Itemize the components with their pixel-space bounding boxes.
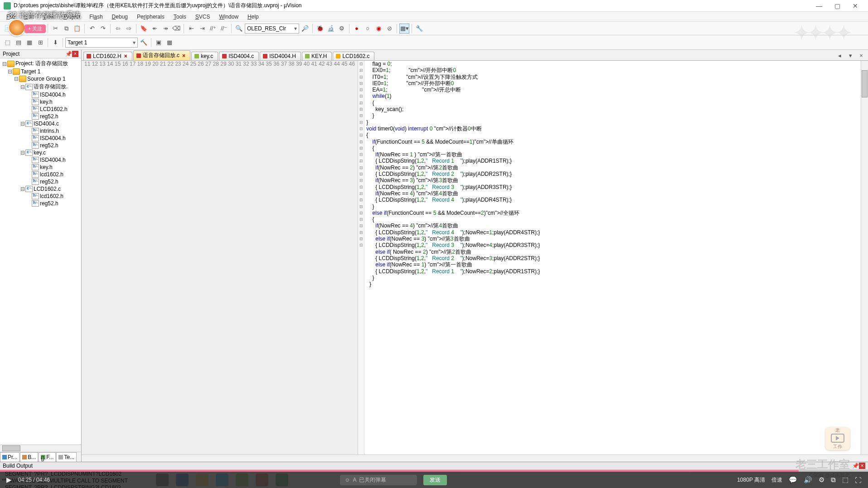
redo-icon[interactable]: ↷ bbox=[98, 24, 108, 34]
tab-语音存储回放.c[interactable]: 语音存储回放.c× bbox=[133, 50, 190, 60]
bookmark-icon[interactable]: 🔖 bbox=[139, 24, 149, 34]
translate-icon[interactable]: ⬚ bbox=[3, 38, 13, 48]
nav-fwd-icon[interactable]: ⇨ bbox=[124, 24, 134, 34]
debug-icon1[interactable]: 🐞 bbox=[315, 24, 325, 34]
danmu-send-button[interactable]: 发送 bbox=[423, 475, 447, 485]
subtitle-icon[interactable]: 💬 bbox=[789, 476, 797, 484]
debug-icon3[interactable]: ⚙ bbox=[337, 24, 347, 34]
nav-back-icon[interactable]: ⇦ bbox=[113, 24, 123, 34]
tree-file-key.h[interactable]: key.h bbox=[1, 98, 80, 106]
menu-debug[interactable]: Debug bbox=[107, 13, 132, 21]
bookmark-clear-icon[interactable]: ⌫ bbox=[171, 24, 181, 34]
play-pause-button[interactable]: ▶ bbox=[6, 476, 12, 484]
tree-group[interactable]: ⊟Source Group 1 bbox=[1, 75, 80, 82]
tab-LCD1602.H[interactable]: LCD1602.H× bbox=[83, 52, 132, 60]
menu-help[interactable]: Help bbox=[243, 13, 263, 21]
fold-column[interactable]: ⊟ ⊟ ⊟ ⊟ ⊟ ⊟ ⊟ ⊟ ⊟ ⊟ ⊟ ⊟ ⊟ ⊟ ⊟ ⊟ ⊟ ⊟ ⊟ ⊟ … bbox=[358, 61, 364, 454]
emoji-icon[interactable]: ☺ bbox=[344, 477, 350, 483]
fullscreen-icon[interactable]: ⛶ bbox=[855, 476, 862, 484]
find-in-files-icon[interactable]: 🔎 bbox=[300, 24, 310, 34]
code-editor[interactable]: 11 12 13 14 15 16 17 18 19 20 21 22 23 2… bbox=[82, 61, 868, 454]
tab-close-icon[interactable]: × bbox=[856, 50, 866, 60]
ptab-functions[interactable]: {}F... bbox=[39, 452, 56, 462]
bo-pin-icon[interactable]: 📌 bbox=[852, 463, 859, 469]
tab-ISD4004.c[interactable]: ISD4004.c bbox=[219, 52, 259, 60]
panel-close-icon[interactable]: × bbox=[72, 51, 78, 57]
pip-icon[interactable]: ⧉ bbox=[831, 476, 836, 484]
tab-close-icon[interactable]: × bbox=[182, 53, 185, 59]
menu-flash[interactable]: Flash bbox=[85, 13, 107, 21]
speed-selector[interactable]: 倍速 bbox=[771, 476, 782, 484]
settings-icon[interactable]: ⚙ bbox=[819, 476, 824, 484]
paste-icon[interactable]: 📋 bbox=[72, 24, 82, 34]
configure-icon[interactable]: 🔧 bbox=[414, 24, 424, 34]
play-next-button[interactable]: 老 工作 bbox=[825, 427, 850, 450]
wide-icon[interactable]: ⬚ bbox=[842, 476, 849, 484]
tree-file-lcd1602.h[interactable]: lcd1602.h bbox=[1, 193, 80, 200]
tree-file-ISD4004.c[interactable]: ⊟ISD4004.c bbox=[1, 120, 80, 127]
undo-icon[interactable]: ↶ bbox=[87, 24, 97, 34]
indent-left-icon[interactable]: ⇤ bbox=[186, 24, 196, 34]
bookmark-prev-icon[interactable]: ↞ bbox=[150, 24, 160, 34]
close-button[interactable]: ✕ bbox=[846, 0, 864, 11]
minimize-button[interactable]: — bbox=[810, 0, 828, 11]
bookmark-next-icon[interactable]: ↠ bbox=[160, 24, 170, 34]
code-content[interactable]: flag = 0; EX0=1; "cm">//开外部中断0 IT0=1; "c… bbox=[364, 61, 861, 454]
find-icon[interactable]: 🔍 bbox=[234, 24, 244, 34]
uncomment-icon[interactable]: //⁻ bbox=[219, 24, 229, 34]
tree-hscroll[interactable] bbox=[0, 445, 81, 452]
tree-file-reg52.h[interactable]: reg52.h bbox=[1, 113, 80, 120]
menu-tools[interactable]: Tools bbox=[169, 13, 191, 21]
uploader-avatar[interactable] bbox=[8, 19, 25, 36]
tree-file-key.h[interactable]: key.h bbox=[1, 164, 80, 171]
tab-LCD1602.c[interactable]: LCD1602.c bbox=[333, 52, 374, 60]
copy-icon[interactable]: ⧉ bbox=[61, 24, 71, 34]
font-icon[interactable]: A bbox=[353, 477, 356, 483]
tree-file-LCD1602.h[interactable]: LCD1602.h bbox=[1, 106, 80, 113]
panel-pin-icon[interactable]: 📌 bbox=[65, 51, 72, 57]
danmu-input[interactable]: ☺ A 已关闭弹幕 bbox=[340, 475, 417, 485]
stop-icon[interactable]: ○ bbox=[363, 24, 373, 34]
tree-file-语音存储回放.[interactable]: ⊟语音存储回放. bbox=[1, 82, 80, 91]
cut-icon[interactable]: ✂ bbox=[50, 24, 60, 34]
window-layout-icon[interactable]: ▦▾ bbox=[399, 24, 409, 34]
download-icon[interactable]: ⬇ bbox=[50, 38, 60, 48]
follow-button[interactable]: + 关注 bbox=[24, 24, 46, 33]
tree-target[interactable]: ⊟Target 1 bbox=[1, 68, 80, 75]
tree-file-lcd1602.h[interactable]: lcd1602.h bbox=[1, 171, 80, 178]
debug-icon2[interactable]: 🔬 bbox=[326, 24, 336, 34]
manage2-icon[interactable]: ▦ bbox=[165, 38, 175, 48]
volume-icon[interactable]: 🔊 bbox=[804, 476, 812, 484]
tree-file-key.c[interactable]: ⊟key.c bbox=[1, 149, 80, 156]
maximize-button[interactable]: ▢ bbox=[828, 0, 846, 11]
tree-file-ISD4004.h[interactable]: ISD4004.h bbox=[1, 135, 80, 142]
target-combo[interactable]: Target 1 bbox=[65, 38, 138, 48]
tree-file-reg52.h[interactable]: reg52.h bbox=[1, 178, 80, 185]
tab-key.c[interactable]: key.c bbox=[191, 52, 218, 60]
breakpoint-icon[interactable]: ◉ bbox=[373, 24, 383, 34]
project-tree[interactable]: ⊟Project: 语音存储回放⊟Target 1⊟Source Group 1… bbox=[0, 58, 81, 445]
indent-right-icon[interactable]: ⇥ bbox=[197, 24, 207, 34]
bo-close-icon[interactable]: × bbox=[859, 463, 865, 469]
editor-hscroll[interactable] bbox=[82, 454, 868, 462]
quality-selector[interactable]: 1080P 高清 bbox=[737, 476, 765, 484]
batch-build-icon[interactable]: ⊞ bbox=[35, 38, 45, 48]
manage-icon[interactable]: ▣ bbox=[154, 38, 164, 48]
ptab-books[interactable]: B... bbox=[20, 452, 38, 462]
tab-scroll-left-icon[interactable]: ◂ bbox=[834, 50, 844, 60]
ptab-project[interactable]: Pr... bbox=[0, 452, 19, 462]
tab-ISD4004.H[interactable]: ISD4004.H bbox=[260, 52, 301, 60]
tree-file-LCD1602.c[interactable]: ⊟LCD1602.c bbox=[1, 185, 80, 193]
ptab-templates[interactable]: Te... bbox=[56, 452, 77, 462]
options-icon[interactable]: 🔨 bbox=[139, 38, 149, 48]
tree-file-ISD4004.h[interactable]: ISD4004.h bbox=[1, 91, 80, 98]
menu-window[interactable]: Window bbox=[214, 13, 243, 21]
rec-icon[interactable]: ● bbox=[352, 24, 362, 34]
rebuild-icon[interactable]: ▦ bbox=[24, 38, 34, 48]
editor-vscroll[interactable] bbox=[861, 61, 868, 454]
tree-root[interactable]: ⊟Project: 语音存储回放 bbox=[1, 59, 80, 68]
menu-svcs[interactable]: SVCS bbox=[191, 13, 215, 21]
tree-file-ISD4004.h[interactable]: ISD4004.h bbox=[1, 156, 80, 164]
disable-bp-icon[interactable]: ⊘ bbox=[384, 24, 394, 34]
tree-file-intrins.h[interactable]: intrins.h bbox=[1, 127, 80, 135]
